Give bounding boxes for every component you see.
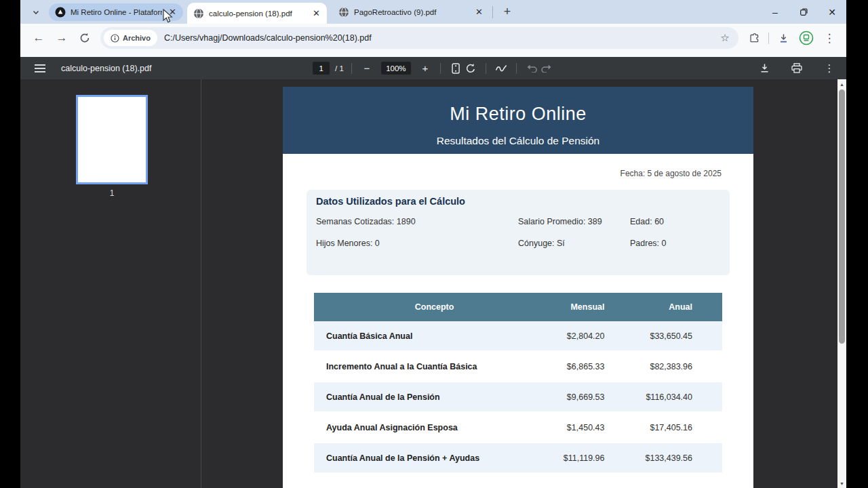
table-cell-concepto: Ayuda Anual Asignación Esposa (314, 423, 555, 432)
extensions-puzzle-icon (749, 33, 760, 44)
pdf-viewer-area: 1 Mi Retiro Online Resultados del Cálcul… (20, 79, 846, 488)
tab-pago-retroactivo[interactable]: PagoRetroactivo (9).pdf ✕ (332, 1, 490, 22)
kebab-menu-icon: ⋮ (824, 31, 835, 45)
toolbar-divider (440, 63, 441, 74)
table-cell-mensual: $2,804.20 (555, 331, 616, 341)
browser-menu-button[interactable]: ⋮ (819, 28, 840, 48)
fit-page-button[interactable] (448, 61, 463, 76)
pension-table: Concepto Mensual Anual Cuantía Básica An… (314, 293, 722, 474)
close-window-button[interactable]: ✕ (818, 0, 846, 24)
table-cell-anual: $17,405.16 (616, 423, 722, 432)
pdf-download-button[interactable] (757, 61, 772, 76)
download-icon (778, 33, 789, 44)
close-icon[interactable]: ✕ (473, 6, 485, 18)
data-field: Padres: 0 (630, 239, 720, 248)
document-subtitle: Resultados del Cálculo de Pensión (283, 135, 753, 147)
data-field: Edad: 60 (630, 217, 720, 226)
zoom-in-button[interactable]: + (418, 61, 433, 76)
window-controls: – ✕ (761, 0, 846, 24)
page-number-input[interactable]: 1 (313, 62, 330, 75)
rotate-icon (465, 63, 476, 74)
table-row: Cuantía Anual de la Pensión$9,669.53$116… (314, 382, 722, 413)
pension-table-header: Concepto Mensual Anual (314, 293, 722, 321)
data-field: Cónyuge: Sí (518, 239, 630, 248)
thumbnail-page-number: 1 (76, 188, 148, 198)
zoom-level-input[interactable]: 100% (381, 62, 411, 75)
pdf-document-title: calculo-pension (18).pdf (61, 64, 151, 73)
table-row: Cuantía Anual de la Pensión + Ayudas$11,… (314, 443, 722, 474)
chevron-down-icon (32, 8, 40, 16)
address-bar[interactable]: Archivo C:/Users/vhagj/Downloads/calculo… (100, 27, 738, 49)
table-cell-mensual: $6,865.33 (555, 362, 616, 371)
tab-strip: Mi Retiro Online - Plataforma de ✕ calcu… (20, 0, 846, 24)
scroll-down-arrow-icon[interactable]: ▼ (837, 479, 846, 488)
calculation-data-section: Datos Utilizados para el Cálculo Semanas… (307, 190, 730, 275)
document-header-banner: Mi Retiro Online Resultados del Cálculo … (283, 87, 753, 154)
file-scheme-chip[interactable]: Archivo (104, 30, 157, 46)
table-cell-anual: $133,439.56 (616, 453, 722, 463)
downloads-button[interactable] (773, 28, 793, 48)
kebab-menu-icon: ⋮ (825, 62, 835, 75)
toolbar-divider (486, 63, 486, 74)
page-thumbnail[interactable] (76, 95, 148, 184)
reload-button[interactable] (75, 28, 95, 48)
pdf-page: Mi Retiro Online Resultados del Cálculo … (283, 87, 753, 488)
forward-button[interactable]: → (52, 28, 72, 48)
data-field: Salario Promedio: 389 (518, 217, 630, 226)
star-icon: ☆ (720, 32, 729, 44)
restore-button[interactable] (789, 0, 818, 24)
extensions-button[interactable] (744, 28, 764, 48)
print-icon (791, 63, 802, 73)
rotate-button[interactable] (463, 61, 478, 76)
table-cell-mensual: $11,119.96 (555, 453, 616, 463)
pdf-more-options-button[interactable]: ⋮ (822, 61, 837, 76)
pdf-globe-favicon-icon (193, 8, 204, 19)
forward-icon: → (56, 31, 68, 45)
back-button[interactable]: ← (28, 28, 49, 48)
zoom-out-button[interactable]: − (359, 61, 374, 76)
tab-search-button[interactable] (27, 3, 45, 21)
table-cell-anual: $116,034.40 (616, 392, 722, 402)
tab-calculo-pension[interactable]: calculo-pension (18).pdf ✕ (187, 3, 327, 24)
data-field: Semanas Cotizadas: 1890 (316, 217, 518, 226)
annotate-button[interactable] (494, 61, 509, 76)
mouse-cursor (163, 9, 174, 24)
viewer-scrollbar[interactable]: ▲ ▼ (837, 79, 846, 488)
browser-navbar: ← → Archivo C:/Users/vhagj/Downloads/cal… (20, 24, 846, 57)
table-cell-concepto: Cuantía Anual de la Pensión + Ayudas (314, 453, 555, 463)
pdf-globe-favicon-icon (338, 7, 349, 18)
mi-retiro-favicon-icon (55, 7, 66, 18)
avatar-icon (799, 30, 814, 45)
table-cell-concepto: Cuantía Anual de la Pensión (314, 392, 555, 402)
tab-title: Mi Retiro Online - Plataforma de (71, 8, 162, 16)
undo-button[interactable] (524, 61, 539, 76)
file-chip-label: Archivo (123, 34, 151, 42)
undo-icon (526, 64, 537, 73)
page-count-label: / 1 (335, 64, 344, 73)
pension-table-body: Cuantía Básica Anual$2,804.20$33,650.45I… (314, 321, 722, 474)
table-cell-mensual: $1,450.43 (555, 423, 616, 432)
redo-button[interactable] (539, 61, 554, 76)
restore-icon (800, 8, 808, 16)
table-row: Ayuda Anual Asignación Esposa$1,450.43$1… (314, 413, 722, 443)
close-icon[interactable]: ✕ (311, 7, 322, 19)
data-section-heading: Datos Utilizados para el Cálculo (316, 196, 720, 207)
browser-window: Mi Retiro Online - Plataforma de ✕ calcu… (20, 0, 846, 488)
header-anual: Anual (616, 302, 722, 312)
profile-avatar[interactable] (796, 28, 816, 48)
new-tab-button[interactable]: + (498, 3, 516, 21)
scrollbar-thumb[interactable] (839, 89, 845, 344)
back-icon: ← (33, 31, 45, 45)
pdf-page-area: Mi Retiro Online Resultados del Cálculo … (201, 79, 846, 488)
tab-divider (492, 6, 493, 18)
pdf-print-button[interactable] (789, 61, 804, 76)
scroll-up-arrow-icon[interactable]: ▲ (837, 79, 846, 89)
url-text[interactable]: C:/Users/vhagj/Downloads/calculo-pension… (164, 33, 715, 43)
pdf-sidebar-toggle-button[interactable] (33, 61, 47, 76)
tab-title: PagoRetroactivo (9).pdf (354, 8, 469, 16)
table-cell-anual: $33,650.45 (616, 331, 722, 341)
info-icon (111, 34, 119, 43)
bookmark-button[interactable]: ☆ (717, 30, 733, 46)
hamburger-menu-icon (35, 64, 45, 73)
minimize-button[interactable]: – (761, 0, 789, 24)
